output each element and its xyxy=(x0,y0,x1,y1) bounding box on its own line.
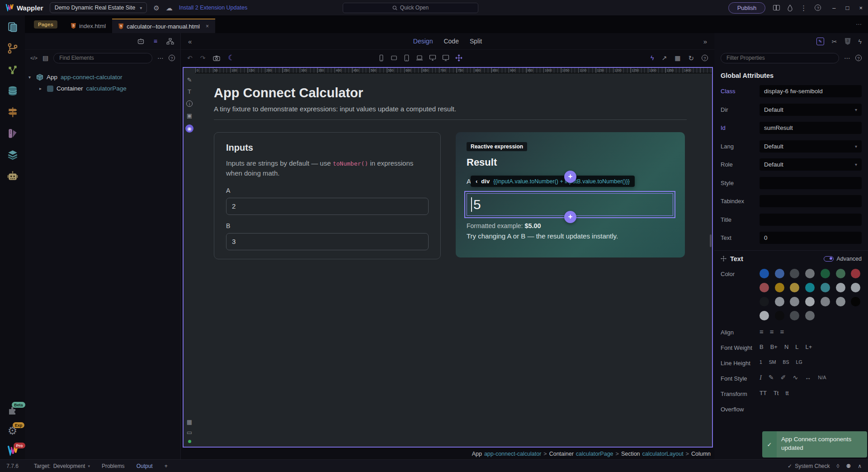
filter-properties-input[interactable] xyxy=(721,53,839,63)
transform-option[interactable]: Tt xyxy=(774,390,779,396)
dom-outline-icon[interactable]: ≡ xyxy=(154,38,157,44)
gift-whats-new-icon[interactable]: ▣ xyxy=(187,113,192,119)
theme-drop-icon[interactable] xyxy=(788,5,793,11)
css3-icon[interactable]: 3 xyxy=(845,38,851,45)
view-tab-split[interactable]: Split xyxy=(470,38,482,45)
text-size-tool-icon[interactable]: T xyxy=(188,89,191,95)
color-swatch[interactable] xyxy=(760,269,769,278)
attribute-field[interactable]: Default ▾ xyxy=(760,158,862,171)
styles-palette-icon[interactable] xyxy=(7,128,19,139)
add-component-above-button[interactable]: + xyxy=(564,171,576,183)
tab-overflow-icon[interactable]: ⋯ xyxy=(856,21,868,28)
dynamic-events-lightning-icon[interactable]: ϟ xyxy=(859,38,862,45)
restore-button[interactable]: □ xyxy=(846,5,849,11)
result-card[interactable]: Reactive expression Result A ‹ div {{inp… xyxy=(456,132,685,257)
line-height-option[interactable]: SM xyxy=(769,359,776,365)
canvas-scrollbar[interactable] xyxy=(710,234,712,247)
font-weight-option[interactable]: B xyxy=(760,343,764,350)
attribute-field[interactable]: display-6 fw-semibold ▾ xyxy=(760,85,862,97)
input-a-field[interactable] xyxy=(226,198,429,215)
align-left-icon[interactable]: ≡ xyxy=(760,328,763,335)
font-style-na[interactable]: N/A xyxy=(818,375,826,380)
advanced-toggle[interactable]: Advanced xyxy=(824,256,862,262)
routes-signpost-icon[interactable] xyxy=(7,106,19,118)
drag-section-icon[interactable] xyxy=(721,256,726,262)
refresh-icon[interactable]: ↻ xyxy=(688,55,694,62)
components-icon[interactable]: ▤ xyxy=(42,55,48,61)
font-weight-option[interactable]: B+ xyxy=(770,343,778,350)
color-swatch[interactable] xyxy=(821,283,830,292)
system-check-status[interactable]: ✓ System Check xyxy=(788,463,830,469)
color-swatch[interactable] xyxy=(760,283,769,292)
attribute-field[interactable]: ▾ xyxy=(760,177,862,189)
kebab-menu-icon[interactable]: ⋮ xyxy=(800,5,807,11)
cloud-download-icon[interactable]: ☁ xyxy=(166,5,173,11)
view-tab-code[interactable]: Code xyxy=(443,38,458,45)
app-actions-lightning-icon[interactable]: ϟ xyxy=(651,55,654,61)
app-connect-robot-icon[interactable] xyxy=(7,170,19,182)
eraser-icon[interactable]: ◊ xyxy=(837,463,840,469)
color-swatch[interactable] xyxy=(851,283,860,292)
tree-node-container[interactable]: ▸ Container calculatorPage xyxy=(28,83,177,94)
move-tool-icon[interactable] xyxy=(455,54,462,62)
crumb-link[interactable]: calculatorPage xyxy=(576,451,613,457)
attribute-field[interactable]: Default ▾ xyxy=(760,140,862,153)
notification-toast[interactable]: ✓ App Connect components updated xyxy=(762,431,867,458)
extensions-beta-item[interactable]: Beta xyxy=(7,405,18,416)
minimize-button[interactable]: – xyxy=(832,5,835,11)
crumb-link[interactable]: calculatorLayout xyxy=(642,451,684,457)
wappler-pro-item[interactable]: Pro xyxy=(7,446,18,456)
chevron-down-icon[interactable]: ▾ xyxy=(28,75,33,80)
find-elements-input[interactable] xyxy=(53,53,152,63)
extension-updates-link[interactable]: Install 2 Extension Updates xyxy=(179,5,247,11)
color-swatch[interactable] xyxy=(760,297,769,306)
collapse-left-icon[interactable]: « xyxy=(188,38,192,45)
inputs-card[interactable]: Inputs Inputs are strings by default — u… xyxy=(214,132,441,259)
tab-calculator-tour-manual[interactable]: 5 calculator--tour-manual.html × xyxy=(112,19,215,33)
color-swatch[interactable] xyxy=(836,269,845,278)
input-b-field[interactable] xyxy=(226,233,429,250)
redo-icon[interactable]: ↷ xyxy=(200,55,206,61)
bug-debug-icon[interactable]: ⚉ xyxy=(846,463,851,469)
add-component-below-button[interactable]: + xyxy=(564,211,576,223)
color-swatch[interactable] xyxy=(775,311,784,320)
help-icon[interactable]: ? xyxy=(815,5,821,11)
transform-option[interactable]: tt xyxy=(785,390,788,396)
more-options-icon[interactable]: ⋯ xyxy=(157,55,164,61)
color-swatch[interactable] xyxy=(805,269,815,278)
qr-code-icon[interactable]: ▦ xyxy=(675,55,680,61)
device-phone-icon[interactable] xyxy=(378,54,385,62)
back-chevron-icon[interactable]: ‹ xyxy=(476,178,477,185)
text-width-icon[interactable]: ↔ xyxy=(805,374,811,381)
edit-properties-icon[interactable]: ✎ xyxy=(816,38,824,45)
add-panel-icon[interactable]: + xyxy=(165,463,168,469)
undo-icon[interactable]: ↶ xyxy=(187,55,193,61)
help-icon[interactable]: ? xyxy=(702,55,708,61)
color-swatch[interactable] xyxy=(821,269,830,278)
italic-icon[interactable]: I xyxy=(760,374,762,381)
select-tool-pencil-icon[interactable]: ✎ xyxy=(187,77,192,83)
close-button[interactable]: × xyxy=(859,5,863,11)
device-monitor-icon[interactable] xyxy=(442,54,449,62)
screenshot-camera-icon[interactable] xyxy=(213,55,220,61)
database-icon[interactable] xyxy=(7,85,19,97)
collapse-right-icon[interactable]: » xyxy=(703,38,707,45)
dark-mode-moon-icon[interactable]: ☾ xyxy=(228,54,234,62)
line-height-option[interactable]: LG xyxy=(796,359,802,365)
experimental-settings-item[interactable]: ⚙ Exp xyxy=(8,425,18,436)
help-icon[interactable]: ? xyxy=(855,55,862,61)
chevron-up-icon[interactable]: ∧ xyxy=(858,463,862,469)
font-weight-option[interactable]: L xyxy=(795,343,798,350)
code-view-icon[interactable]: </> xyxy=(30,56,38,61)
attribute-field[interactable]: ▾ xyxy=(760,214,862,226)
attribute-field[interactable]: 0 ▾ xyxy=(760,232,862,244)
help-icon[interactable]: ? xyxy=(169,55,175,61)
tab-index-html[interactable]: 5 index.html xyxy=(65,19,112,33)
device-tablet-icon[interactable] xyxy=(403,54,410,62)
project-selector[interactable]: Demo Dynamic Real Estate Site ▾ xyxy=(50,2,147,13)
more-options-icon[interactable]: ⋯ xyxy=(844,55,850,61)
target-selector[interactable]: Target: Development ▾ xyxy=(34,463,90,469)
line-height-option[interactable]: 1 xyxy=(760,359,762,365)
color-swatch[interactable] xyxy=(760,311,769,320)
settings-gear-icon[interactable]: ⚙ xyxy=(153,5,159,11)
